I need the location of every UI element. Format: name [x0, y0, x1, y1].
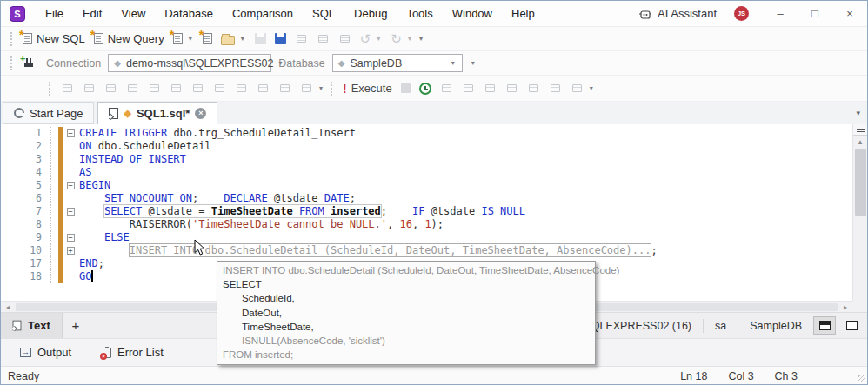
chevron-down-icon[interactable]: ▾	[377, 35, 380, 43]
snapshot-button[interactable]	[544, 78, 566, 98]
copy-button[interactable]	[312, 29, 334, 49]
code-line[interactable]: 1−CREATE TRIGGER dbo.trg_ScheduleDetail_…	[1, 127, 852, 140]
format-lines-button[interactable]	[209, 78, 230, 98]
new-connection-button[interactable]: +	[18, 53, 39, 73]
toolbar-overflow-icon[interactable]: ▾	[590, 84, 593, 92]
code-line[interactable]: 5−BEGIN	[1, 179, 852, 192]
vertical-scroll-thumb[interactable]	[855, 149, 866, 216]
bookmark-clear-button[interactable]	[296, 78, 317, 98]
tab-output[interactable]: → Output	[8, 339, 83, 366]
toolbar-grip[interactable]	[10, 32, 12, 46]
close-tab-icon[interactable]: ×	[195, 108, 206, 119]
menu-debug[interactable]: Debug	[344, 1, 397, 26]
outdent-button[interactable]	[144, 78, 165, 98]
layout-single-button[interactable]	[840, 316, 863, 335]
ai-assistant-button[interactable]: AI Assistant	[633, 1, 722, 26]
code-line[interactable]: 3INSTEAD OF INSERT	[1, 153, 852, 166]
code-text[interactable]: CREATE TRIGGER dbo.trg_ScheduleDetail_In…	[77, 127, 356, 140]
toolbar-overflow-icon[interactable]: ▾	[419, 35, 423, 43]
minimize-button[interactable]: –	[763, 1, 798, 26]
chart-button[interactable]	[523, 78, 544, 98]
new-query-button[interactable]: New Query	[90, 29, 169, 49]
paste-button[interactable]	[334, 29, 356, 49]
scroll-left-icon[interactable]: ◂	[1, 301, 15, 313]
code-line[interactable]: 4AS	[1, 166, 852, 179]
code-text[interactable]: RAISERROR('TimeSheetDate cannot be NULL.…	[77, 218, 444, 231]
code-line[interactable]: 2ON dbo.ScheduleDetail	[1, 140, 852, 153]
tab-error-list[interactable]: Error List	[90, 339, 176, 366]
query-history-button[interactable]	[415, 78, 436, 98]
new-sql-button[interactable]: New SQL	[18, 29, 90, 49]
stop-button[interactable]	[397, 78, 415, 98]
toolbar-grip[interactable]	[10, 56, 12, 70]
fold-collapse-icon[interactable]: −	[67, 129, 75, 137]
code-text[interactable]: END;	[77, 257, 104, 270]
menu-help[interactable]: Help	[502, 1, 544, 26]
add-results-tab-button[interactable]: +	[63, 318, 89, 333]
mail-button[interactable]	[436, 78, 457, 98]
resize-grip[interactable]	[858, 375, 865, 382]
bookmark-overflow-icon[interactable]: ▾	[319, 84, 323, 92]
toolbar-grip[interactable]	[331, 82, 332, 96]
toolbar-grip[interactable]	[49, 82, 50, 96]
at-mention-button[interactable]	[78, 78, 100, 98]
fold-collapse-icon[interactable]: −	[67, 182, 75, 189]
bookmark-prev-button[interactable]	[252, 78, 274, 98]
code-text[interactable]: SET NOCOUNT ON; DECLARE @tsdate DATE;	[77, 192, 356, 205]
chevron-down-icon[interactable]: ▾	[241, 35, 244, 43]
rename-button[interactable]	[100, 78, 122, 98]
indent-button[interactable]	[165, 78, 187, 98]
menu-file[interactable]: File	[36, 1, 73, 26]
export-button[interactable]	[566, 78, 588, 98]
fold-collapse-icon[interactable]: −	[67, 208, 75, 216]
code-line[interactable]: 9− ELSE	[1, 231, 852, 244]
menu-view[interactable]: View	[111, 1, 155, 26]
code-line[interactable]: 10+ INSERT INTO dbo.ScheduleDetail (Sche…	[1, 244, 852, 257]
code-text[interactable]: INSTEAD OF INSERT	[77, 153, 186, 166]
table-add-button[interactable]	[479, 78, 501, 98]
fold-expand-icon[interactable]: +	[67, 247, 75, 255]
database-select[interactable]: ◆ SampleDB ▾	[332, 54, 463, 72]
tab-sql1[interactable]: ◆ SQL1.sql* ×	[97, 102, 217, 124]
code-text[interactable]: SELECT @tsdate = TimeSheetDate FROM inse…	[77, 205, 525, 218]
split-editor-handle[interactable]	[853, 124, 867, 136]
code-text[interactable]: AS	[77, 166, 91, 179]
menu-sql[interactable]: SQL	[303, 1, 344, 26]
scroll-right-icon[interactable]: ▸	[838, 301, 852, 313]
tab-text-results[interactable]: Text	[1, 313, 63, 338]
comment-button[interactable]	[57, 78, 78, 98]
bookmark-next-button[interactable]	[274, 78, 296, 98]
code-text[interactable]: ON dbo.ScheduleDetail	[77, 140, 211, 153]
tab-list-chevron-icon[interactable]: ▾	[856, 109, 860, 117]
code-line[interactable]: 7− SELECT @tsdate = TimeSheetDate FROM i…	[1, 205, 852, 218]
execute-button[interactable]: ! Execute	[338, 78, 397, 98]
save-button[interactable]	[250, 29, 270, 49]
code-text[interactable]: BEGIN	[77, 179, 110, 192]
menu-comparison[interactable]: Comparison	[223, 1, 303, 26]
cut-button[interactable]	[290, 29, 312, 49]
bookmark-button[interactable]	[230, 78, 252, 98]
open-file-button[interactable]: ▾	[217, 29, 250, 49]
code-text[interactable]: ELSE	[77, 231, 130, 244]
code-line[interactable]: 6 SET NOCOUNT ON; DECLARE @tsdate DATE;	[1, 192, 852, 205]
undo-button[interactable]: ↺▾	[356, 29, 387, 49]
redo-button[interactable]: ↻▾	[386, 29, 417, 49]
scroll-up-icon[interactable]: ▲	[857, 136, 864, 148]
menu-edit[interactable]: Edit	[73, 1, 111, 26]
menu-tools[interactable]: Tools	[397, 1, 442, 26]
code-text[interactable]: GO	[77, 270, 93, 283]
format-indent-button[interactable]	[187, 78, 209, 98]
user-avatar[interactable]: JS	[734, 6, 749, 21]
document-edit-button[interactable]	[457, 78, 479, 98]
maximize-button[interactable]: □	[798, 1, 832, 26]
sort-lines-button[interactable]	[122, 78, 144, 98]
new-file-button[interactable]	[198, 29, 217, 49]
chevron-down-icon[interactable]: ▾	[189, 35, 192, 43]
vertical-scrollbar[interactable]: ▲ ▼	[852, 124, 867, 312]
toolbar-overflow-icon[interactable]: ▾	[471, 59, 475, 67]
chevron-down-icon[interactable]: ▾	[408, 35, 411, 43]
collapsed-region[interactable]: INSERT INTO dbo.ScheduleDetail (Schedule…	[130, 244, 651, 256]
code-line[interactable]: 8 RAISERROR('TimeSheetDate cannot be NUL…	[1, 218, 852, 231]
layout-split-button[interactable]	[813, 316, 836, 335]
close-button[interactable]: ×	[832, 1, 867, 26]
